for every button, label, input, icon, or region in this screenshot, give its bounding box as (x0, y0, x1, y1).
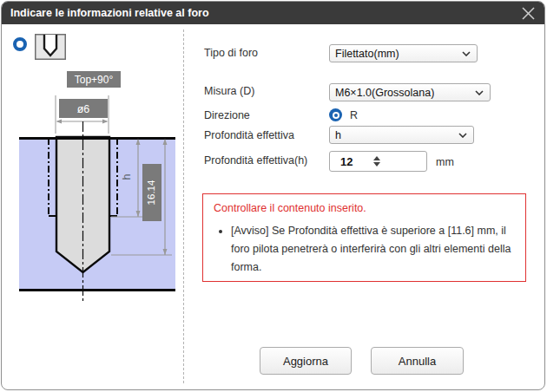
effective-depth-select[interactable]: h (329, 126, 474, 144)
drill-depth-label: 16.14 (146, 180, 156, 205)
warning-title: Controllare il contenuto inserito. (214, 202, 515, 214)
view-angle-label: Top+90° (75, 74, 114, 86)
warning-message: [Avviso] Se Profondità effettiva è super… (231, 222, 515, 277)
close-icon[interactable] (521, 6, 536, 21)
hole-type-select[interactable]: Filettato(mm) (329, 44, 478, 62)
chevron-down-icon (458, 133, 467, 138)
direction-label: Direzione (204, 109, 250, 121)
chevron-down-icon (475, 90, 484, 95)
titlebar: Indicare le informazioni relative al for… (2, 2, 544, 24)
hole-type-value: Filettato(mm) (335, 48, 399, 60)
chevron-down-icon (462, 51, 471, 56)
size-select[interactable]: M6×1.0(Grossolana) (329, 83, 491, 101)
direction-value: R (350, 109, 358, 121)
hole-preview-diagram: Top+90° ø6 (10, 64, 184, 315)
size-value: M6×1.0(Grossolana) (335, 87, 434, 99)
effective-depth-label: Profondità effettiva (204, 129, 294, 141)
stepper-arrows-icon[interactable] (373, 156, 380, 167)
blind-hole-icon[interactable] (35, 34, 66, 60)
hole-type-label: Tipo di foro (204, 47, 258, 59)
size-label: Misura (D) (204, 85, 254, 97)
diameter-label: ø6 (77, 103, 90, 115)
dialog-title: Indicare le informazioni relative al for… (10, 7, 209, 19)
hole-info-dialog: Indicare le informazioni relative al for… (1, 1, 545, 390)
effective-depth-value: h (335, 129, 341, 141)
cancel-button[interactable]: Annulla (371, 347, 464, 375)
validation-warning-box: Controllare il contenuto inserito. [Avvi… (202, 193, 526, 282)
depth-symbol-label: h (121, 173, 133, 180)
update-button[interactable]: Aggiorna (260, 347, 352, 375)
hole-type-radio[interactable] (13, 37, 27, 51)
unit-label: mm (436, 156, 454, 168)
depth-value-stepper[interactable]: 12 (329, 151, 427, 172)
effective-depth-h-label: Profondità effettiva(h) (204, 154, 307, 167)
depth-value: 12 (330, 155, 373, 168)
direction-radio-r[interactable] (329, 108, 342, 121)
